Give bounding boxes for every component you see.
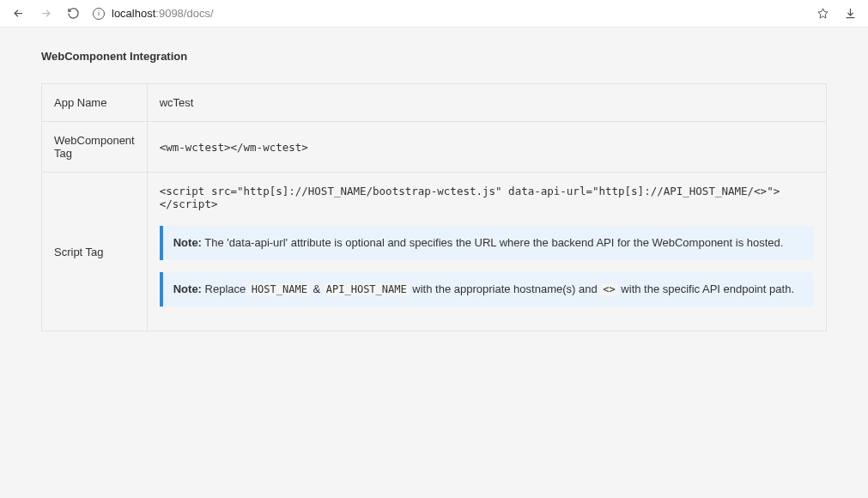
download-button[interactable] (842, 6, 858, 21)
note-replace-hostnames: Note: Replace HOST_NAME & API_HOST_NAME … (160, 272, 814, 307)
site-info-icon[interactable]: i (93, 8, 105, 20)
table-row: WebComponent Tag <wm-wctest></wm-wctest> (42, 122, 827, 173)
forward-button[interactable] (38, 6, 53, 21)
page-body: WebComponent Integration App Name wcTest… (0, 27, 868, 498)
row-label-script-tag: Script Tag (42, 173, 148, 331)
row-value-wc-tag: <wm-wctest></wm-wctest> (147, 122, 826, 173)
row-value-script-tag: <script src="http[s]://HOST_NAME/bootstr… (147, 173, 826, 331)
row-label-app-name: App Name (42, 84, 148, 122)
page-title: WebComponent Integration (41, 50, 827, 63)
back-button[interactable] (10, 6, 26, 21)
note-data-api-url: Note: The 'data-api-url' attribute is op… (160, 226, 814, 260)
row-label-wc-tag: WebComponent Tag (42, 122, 148, 173)
table-row: Script Tag <script src="http[s]://HOST_N… (42, 173, 827, 331)
table-row: App Name wcTest (42, 84, 827, 122)
row-value-app-name: wcTest (147, 84, 826, 122)
script-snippet: <script src="http[s]://HOST_NAME/bootstr… (160, 185, 814, 210)
integration-table: App Name wcTest WebComponent Tag <wm-wct… (41, 83, 827, 331)
url-text: localhost:9098/docs/ (112, 7, 214, 20)
address-bar[interactable]: i localhost:9098/docs/ (93, 7, 803, 20)
browser-toolbar: i localhost:9098/docs/ (0, 0, 868, 27)
bookmark-button[interactable] (815, 6, 830, 21)
reload-button[interactable] (65, 6, 81, 21)
